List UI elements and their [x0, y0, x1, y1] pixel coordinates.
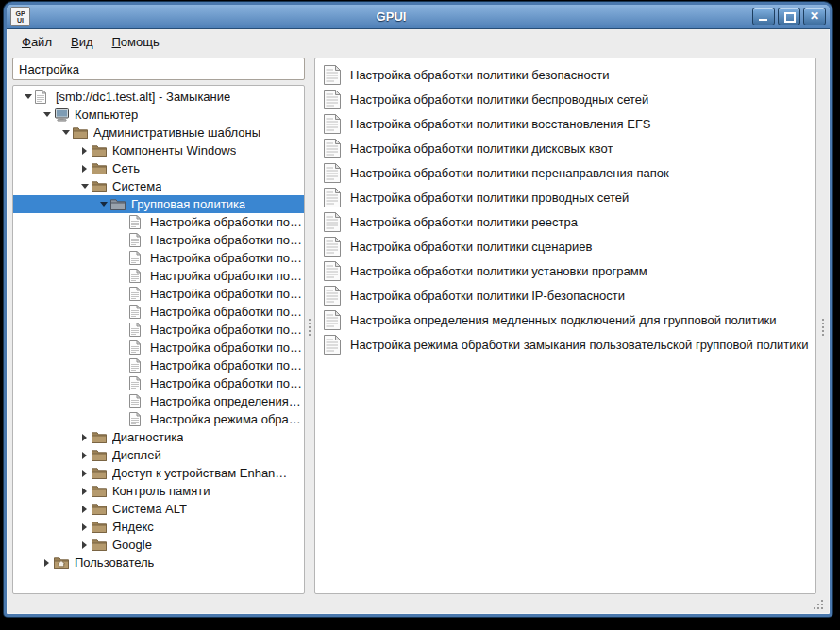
list-item[interactable]: Настройка обработки политики дисковых кв… — [315, 136, 815, 160]
chevron-right-icon[interactable] — [77, 452, 92, 459]
maximize-icon — [784, 12, 796, 23]
menu-bar: Файл Вид Помощь — [7, 29, 830, 54]
tree-row[interactable]: Настройка обработки по… — [13, 356, 304, 374]
list-item[interactable]: Настройка режима обработки замыкания пол… — [315, 332, 815, 356]
chevron-right-icon[interactable] — [77, 506, 92, 513]
maximize-button[interactable] — [778, 8, 800, 25]
tree-row[interactable]: Административные шаблоны — [13, 124, 304, 141]
chevron-right-icon[interactable] — [77, 541, 92, 549]
menu-item-view[interactable]: Вид — [63, 32, 101, 52]
document-icon — [129, 323, 145, 337]
document-icon — [35, 90, 51, 104]
document-icon — [324, 65, 341, 85]
folder-icon — [92, 521, 108, 533]
list-item[interactable]: Настройка обработки политики восстановле… — [315, 111, 815, 136]
chevron-down-icon[interactable] — [21, 94, 35, 99]
tree-row[interactable]: Доступ к устройствам Enhan… — [13, 464, 304, 482]
tree-row[interactable]: Настройка режима обра… — [13, 410, 304, 428]
tree-row[interactable]: Сеть — [13, 159, 304, 177]
chevron-down-icon[interactable] — [59, 130, 73, 135]
list-item[interactable]: Настройка обработки политики реестра — [315, 209, 815, 234]
tree-row[interactable]: Google — [13, 536, 304, 554]
tree-row[interactable]: Настройка обработки по… — [13, 303, 304, 321]
tree-row-label: Компоненты Windows — [112, 143, 236, 158]
app-icon: GP UI — [10, 7, 30, 26]
folder-icon — [92, 467, 108, 479]
list-item[interactable]: Настройка обработки политики установки п… — [315, 258, 815, 283]
list-item[interactable]: Настройка обработки политики безопасност… — [315, 62, 815, 87]
list-item[interactable]: Настройка обработки политики IP-безопасн… — [315, 283, 815, 307]
chevron-right-icon[interactable] — [77, 488, 92, 495]
folder-icon — [73, 126, 89, 139]
tree-row[interactable]: Настройка обработки по… — [13, 285, 304, 303]
tree-row-label: Настройка обработки по… — [150, 340, 302, 355]
list-item[interactable]: Настройка определения медленных подключе… — [315, 307, 815, 332]
list-item-label: Настройка обработки политики восстановле… — [350, 117, 651, 131]
tree-row[interactable]: Компьютер — [13, 106, 304, 124]
chevron-right-icon[interactable] — [77, 523, 92, 531]
list-item-label: Настройка обработки политики беспроводны… — [350, 92, 648, 107]
home-icon — [54, 556, 70, 569]
tree-row[interactable]: Яндекс — [13, 518, 304, 536]
right-splitter[interactable] — [816, 58, 830, 594]
tree-row[interactable]: Настройка обработки по… — [13, 213, 304, 231]
tree-row-label: Система — [112, 179, 161, 193]
close-button[interactable]: ✕ — [803, 8, 826, 25]
tree-row[interactable]: Контроль памяти — [13, 482, 304, 500]
tree-row-label: Система ALT — [112, 502, 187, 516]
chevron-right-icon[interactable] — [77, 470, 92, 477]
menu-item-file[interactable]: Файл — [14, 32, 59, 52]
chevron-down-icon[interactable] — [96, 202, 110, 207]
tree-row[interactable]: Дисплей — [13, 446, 304, 464]
desktop: { "window": { "title": "GPUI", "app_icon… — [0, 0, 840, 630]
tree-row[interactable]: Настройка обработки по… — [13, 339, 304, 356]
app-icon-text-bottom: UI — [17, 17, 24, 24]
list-item-label: Настройка режима обработки замыкания пол… — [350, 338, 808, 352]
list-item[interactable]: Настройка обработки политики сценариев — [315, 234, 815, 258]
resize-grip-icon[interactable] — [814, 600, 823, 609]
tree-row[interactable]: [smb://dc1.test.alt] - Замыкание — [13, 88, 304, 106]
tree-row[interactable]: Пользователь — [13, 554, 304, 572]
window-controls: ✕ — [752, 8, 826, 25]
chevron-right-icon[interactable] — [77, 165, 92, 173]
chevron-down-icon[interactable] — [40, 112, 54, 117]
tree-row[interactable]: Диагностика — [13, 428, 304, 446]
document-icon — [324, 188, 341, 207]
tree-row[interactable]: Настройка обработки по… — [13, 267, 304, 285]
chevron-right-icon[interactable] — [40, 559, 54, 567]
tree-row-label: Групповая политика — [131, 197, 245, 211]
search-input[interactable] — [12, 58, 305, 80]
list-item[interactable]: Настройка обработки политики беспроводны… — [315, 87, 815, 111]
list-item[interactable]: Настройка обработки политики перенаправл… — [315, 160, 815, 185]
menu-item-help-mnemonic: П — [112, 35, 121, 49]
tree-row[interactable]: Настройка обработки по… — [13, 321, 304, 339]
tree-row[interactable]: Настройка обработки по… — [13, 231, 304, 249]
minimize-button[interactable] — [752, 8, 775, 25]
menu-item-help[interactable]: Помощь — [105, 32, 167, 52]
panel-splitter[interactable] — [305, 58, 314, 594]
tree-row[interactable]: Настройка определения … — [13, 392, 304, 410]
document-icon — [129, 233, 145, 247]
tree-row[interactable]: Система ALT — [13, 500, 304, 518]
document-icon — [324, 114, 341, 134]
window-titlebar[interactable]: GP UI GPUI ✕ — [7, 5, 830, 29]
document-icon — [324, 310, 341, 330]
menu-item-file-label: айл — [31, 35, 52, 49]
list-item-label: Настройка обработки политики проводных с… — [350, 191, 629, 205]
tree-row-label: Контроль памяти — [112, 484, 210, 498]
tree-row[interactable]: Компоненты Windows — [13, 141, 304, 159]
list-item[interactable]: Настройка обработки политики проводных с… — [315, 185, 815, 209]
chevron-right-icon[interactable] — [77, 434, 92, 441]
tree-row-label: Компьютер — [75, 108, 138, 122]
tree-row-label: Google — [112, 538, 152, 552]
folder-icon — [92, 485, 108, 497]
chevron-right-icon[interactable] — [77, 147, 92, 155]
tree-row[interactable]: Настройка обработки по… — [13, 374, 304, 392]
chevron-down-icon[interactable] — [77, 184, 92, 189]
tree-row[interactable]: Настройка обработки по… — [13, 249, 304, 267]
tree-row[interactable]: Групповая политика — [13, 195, 304, 213]
document-icon — [129, 215, 145, 229]
tree-row[interactable]: Система — [13, 177, 304, 195]
folder-icon — [92, 144, 108, 157]
document-icon — [129, 287, 145, 301]
